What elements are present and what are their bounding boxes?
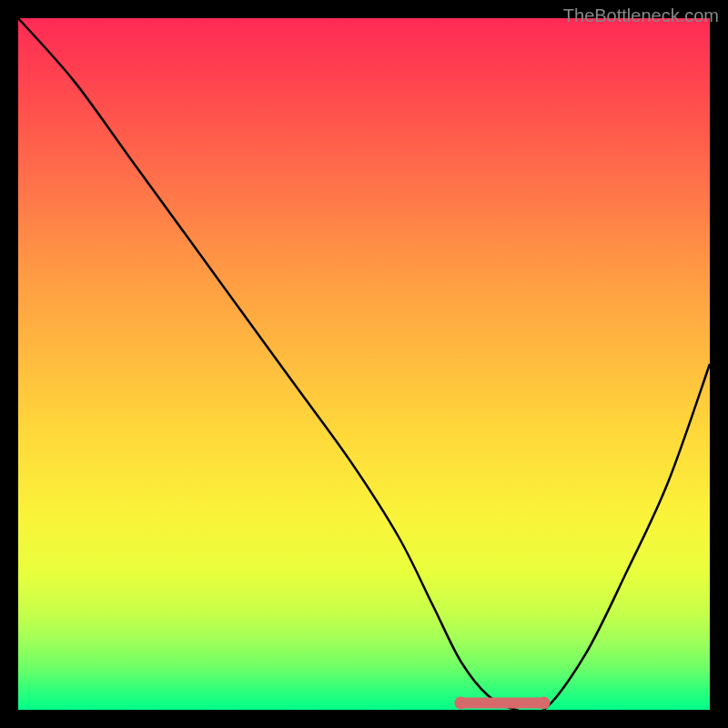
optimal-range-marker-end xyxy=(538,696,551,709)
chart-plot-area xyxy=(18,18,710,710)
optimal-range-marker-start xyxy=(454,696,467,709)
watermark-text: TheBottleneck.com xyxy=(563,5,719,26)
chart-svg xyxy=(18,18,710,710)
bottleneck-curve-line xyxy=(18,18,710,714)
